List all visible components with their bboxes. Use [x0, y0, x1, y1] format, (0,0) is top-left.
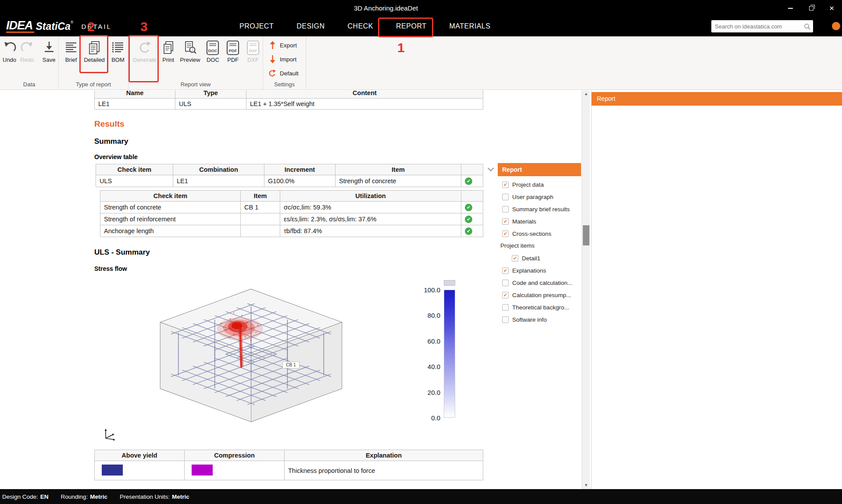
notification-icon[interactable]	[832, 22, 840, 30]
menu-item-check[interactable]: CHECK	[336, 16, 385, 36]
tree-item-summary-brief-results[interactable]: ✔ Summary brief results	[498, 203, 581, 215]
close-button[interactable]: ×	[821, 0, 842, 16]
checkbox[interactable]: ✔	[502, 292, 509, 298]
restore-button[interactable]	[801, 0, 821, 16]
scroll-up-arrow[interactable]: ▲	[582, 90, 590, 98]
reset-default-icon	[268, 69, 276, 77]
ribbon-group-settings: Export Import Default Settings	[263, 36, 306, 89]
status-design-code[interactable]: Design Code: EN	[2, 493, 49, 500]
doc-label: DOC	[207, 57, 219, 63]
tree-collapse-chevron-icon[interactable]	[488, 166, 493, 171]
tree-item-label: Code and calculation...	[512, 280, 572, 286]
export-dxf-button[interactable]: DXF DXF	[243, 40, 263, 63]
col-header-above-yield: Above yield	[95, 450, 185, 461]
checkbox[interactable]: ✔	[512, 255, 518, 262]
group-label-report-view: Report view	[128, 81, 263, 88]
logo-statica: StatiCa	[36, 21, 71, 32]
redo-button[interactable]: Redo	[18, 40, 36, 63]
tree-item-cross-sections[interactable]: ✔ Cross-sections	[498, 227, 581, 240]
tree-item-label: Software info	[512, 316, 547, 323]
tree-item-theoretical-background[interactable]: ✔ Theoretical backgro...	[498, 301, 581, 313]
group-label-type-of-report: Type of report	[59, 81, 128, 88]
save-button[interactable]: Save	[39, 40, 58, 63]
scrollbar-thumb[interactable]	[583, 225, 589, 245]
tree-item-label: Explanations	[512, 267, 546, 274]
pass-check-icon: ✔	[465, 177, 472, 185]
export-settings-button[interactable]: Export	[268, 41, 306, 50]
menu-item-report[interactable]: REPORT	[385, 16, 438, 36]
checkbox[interactable]: ✔	[502, 280, 509, 286]
checkbox[interactable]: ✔	[502, 218, 509, 225]
preview-button[interactable]: Preview	[178, 40, 203, 63]
default-label: Default	[280, 70, 299, 77]
status-presentation-units[interactable]: Presentation Units: Metric	[120, 493, 189, 500]
tree-item-calculation-presumptions[interactable]: ✔ Calculation presump...	[498, 289, 581, 301]
tree-item-label: Detail1	[522, 255, 540, 262]
cell-name: LE1	[95, 99, 175, 110]
detailed-button[interactable]: Detailed	[81, 40, 107, 63]
tree-item-label: Cross-sections	[512, 231, 551, 237]
undo-icon	[2, 40, 17, 55]
export-pdf-button[interactable]: PDF PDF	[223, 40, 243, 63]
brief-button[interactable]: Brief	[61, 40, 81, 63]
preview-icon	[183, 40, 198, 55]
pdf-file-icon: PDF	[226, 40, 239, 55]
stress-flow-3d-view[interactable]: CB 1	[147, 283, 355, 428]
scale-tick-label: 20.0	[412, 389, 440, 396]
scroll-down-arrow[interactable]: ▼	[582, 482, 590, 489]
status-rounding[interactable]: Rounding: Metric	[61, 493, 107, 500]
checkbox[interactable]: ✔	[502, 316, 509, 323]
load-case-table-clip: Name Type Content LE1 ULS LE1 + 1.35*Sel…	[94, 90, 484, 111]
col-header-type: Type	[175, 90, 246, 99]
compression-swatch	[192, 465, 213, 476]
bom-button[interactable]: BOM	[108, 40, 128, 63]
app-window: 3D Anchoring.ideaDet × IDEA StatiCa ® DE…	[0, 0, 842, 504]
tree-item-materials[interactable]: ✔ Materials	[498, 215, 581, 227]
units-label: Presentation Units:	[120, 493, 170, 500]
menu-item-design[interactable]: DESIGN	[285, 16, 336, 36]
checkbox[interactable]: ✔	[502, 267, 509, 274]
import-settings-button[interactable]: Import	[268, 55, 306, 64]
bom-label: BOM	[111, 57, 125, 63]
document-scrollbar[interactable]: ▲ ▼	[582, 90, 590, 489]
checkbox[interactable]: ✔	[502, 194, 509, 200]
col-header-explanation: Explanation	[285, 450, 483, 461]
tree-item-user-paragraph[interactable]: ✔ User paragraph	[498, 191, 581, 203]
import-label: Import	[280, 56, 296, 63]
checkbox[interactable]: ✔	[502, 206, 509, 213]
col-header-status	[461, 191, 483, 202]
tree-item-code-and-calculation[interactable]: ✔ Code and calculation...	[498, 277, 581, 289]
window-title: 3D Anchoring.ideaDet	[0, 0, 772, 16]
print-button[interactable]: Print	[160, 40, 177, 63]
checkbox[interactable]: ✔	[502, 304, 509, 311]
col-header-status	[461, 164, 483, 175]
table-row: LE1 ULS LE1 + 1.35*Self weight	[95, 99, 483, 110]
tree-items: ✔ Project data ✔ User paragraph ✔ Summar…	[498, 176, 581, 326]
doc-file-icon: DOC	[206, 40, 219, 55]
cell-status: ✔	[461, 225, 483, 237]
default-settings-button[interactable]: Default	[268, 69, 306, 78]
brief-label: Brief	[65, 57, 77, 63]
export-doc-button[interactable]: DOC DOC	[203, 40, 222, 63]
search-box[interactable]	[711, 20, 813, 32]
minimize-button[interactable]	[780, 0, 801, 16]
col-header-name: Name	[95, 90, 175, 99]
tree-item-explanations[interactable]: ✔ Explanations	[498, 264, 581, 277]
generate-button[interactable]: Generate	[130, 40, 159, 63]
menu-item-materials[interactable]: MATERIALS	[438, 16, 502, 36]
undo-button[interactable]: Undo	[1, 40, 18, 63]
menu-item-project[interactable]: PROJECT	[228, 16, 285, 36]
table-row: Strength of concrete CB 1 σc/σc,lim: 59.…	[100, 202, 483, 213]
pass-check-icon: ✔	[465, 227, 472, 235]
cell-status: ✔	[461, 213, 483, 225]
tree-item-software-info[interactable]: ✔ Software info	[498, 313, 581, 326]
save-label: Save	[43, 57, 56, 63]
cell-above-yield	[95, 461, 185, 480]
tree-item-detail1[interactable]: ✔ Detail1	[498, 252, 581, 264]
tree-item-project-data[interactable]: ✔ Project data	[498, 178, 581, 191]
checkbox[interactable]: ✔	[502, 181, 509, 188]
check-icon: ✔	[503, 219, 507, 224]
svg-text:DXF: DXF	[249, 48, 257, 53]
checkbox[interactable]: ✔	[502, 231, 509, 237]
search-input[interactable]	[711, 23, 804, 30]
